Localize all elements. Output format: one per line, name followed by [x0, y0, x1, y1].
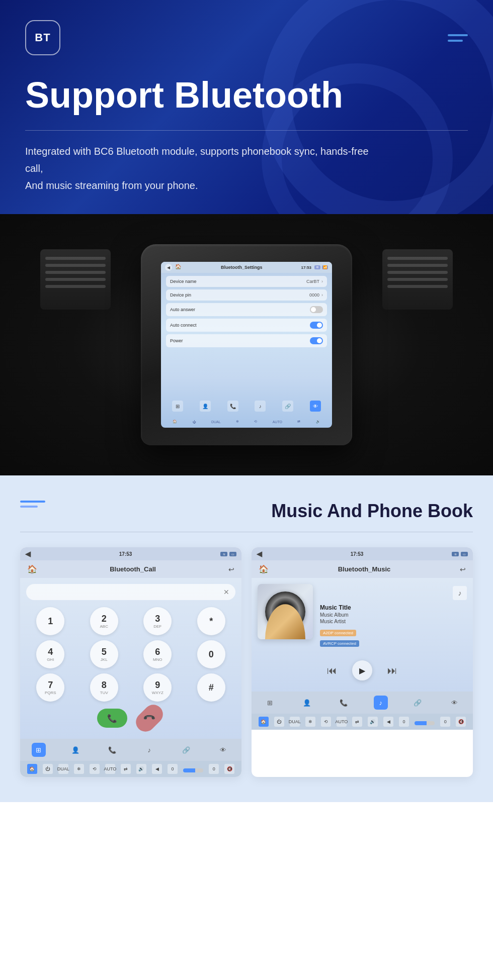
- music-screen-back-icon[interactable]: ↩: [460, 565, 466, 573]
- music-home-icon[interactable]: 🏠: [259, 564, 269, 574]
- dialpad: 1 2 ABC 3 DEF * 4: [26, 607, 235, 702]
- dial-btn-3[interactable]: 3 DEF: [143, 607, 172, 635]
- nav-link-icon[interactable]: 🔗: [282, 401, 293, 412]
- music-header: 🏠 Bluetooth_Music ↩: [252, 560, 473, 578]
- dial-btn-5[interactable]: 5 JKL: [90, 640, 118, 668]
- music-status-mute-btn[interactable]: 🔇: [456, 717, 466, 727]
- left-vent: [40, 249, 111, 310]
- hero-title: Support Bluetooth: [25, 75, 468, 115]
- auto-connect-toggle[interactable]: [310, 322, 323, 329]
- music-next-button[interactable]: ⏭: [387, 665, 397, 676]
- nav-person-icon[interactable]: 👤: [200, 401, 211, 412]
- call-nav-link-icon[interactable]: 🔗: [179, 743, 193, 757]
- music-nav-eye-icon[interactable]: 👁: [447, 696, 461, 710]
- music-divider: [20, 532, 473, 532]
- status-snow[interactable]: ❄: [236, 420, 239, 424]
- call-nav-phone-icon[interactable]: 📞: [105, 743, 119, 757]
- music-status-back-btn[interactable]: ◀: [383, 717, 393, 727]
- call-back-arrow-icon[interactable]: ◀: [25, 550, 31, 558]
- call-header: 🏠 Bluetooth_Call ↩: [20, 560, 241, 578]
- music-nav-grid-icon[interactable]: ⊞: [263, 696, 277, 710]
- music-status-bottom: 🏠 ⏻ DUAL ❄ ⟲ AUTO ⇄ 🔊 ◀ 0 0 🔇: [252, 714, 473, 730]
- dial-btn-4[interactable]: 4 GHI: [36, 640, 64, 668]
- nav-eye-icon[interactable]: 👁: [310, 401, 321, 412]
- power-row[interactable]: Power: [166, 334, 327, 347]
- device-name-value: CarBT ›: [306, 279, 323, 284]
- phone-screens-container: ◀ 17:53 ≋ ▭ 🏠 Bluetooth_Call ↩ ✕: [20, 547, 473, 777]
- music-nav-music-icon[interactable]: ♪: [374, 696, 388, 710]
- nav-grid-icon[interactable]: ⊞: [172, 401, 183, 412]
- auto-connect-row[interactable]: Auto connect: [166, 319, 327, 332]
- music-status-vol-btn[interactable]: 🔊: [368, 717, 378, 727]
- hamburger-menu-icon[interactable]: [448, 34, 468, 42]
- screen-back-button[interactable]: ◀: [165, 264, 172, 271]
- call-nav-grid-icon[interactable]: ⊞: [32, 743, 46, 757]
- dial-btn-1[interactable]: 1: [36, 607, 64, 635]
- dial-btn-0[interactable]: 0: [197, 640, 225, 668]
- status-vol-btn[interactable]: 🔊: [136, 764, 146, 774]
- music-status-home-btn[interactable]: 🏠: [259, 717, 269, 727]
- status-mute-btn[interactable]: 🔇: [224, 764, 234, 774]
- status-fan[interactable]: ⟲: [254, 420, 257, 424]
- hero-topbar: BT: [25, 20, 468, 55]
- hero-section: BT Support Bluetooth Integrated with BC6…: [0, 0, 493, 214]
- music-nav-person-icon[interactable]: 👤: [300, 696, 314, 710]
- call-input-clear-icon[interactable]: ✕: [223, 588, 229, 596]
- auto-answer-toggle[interactable]: [310, 306, 323, 313]
- hero-description: Integrated with BC6 Bluetooth module, su…: [25, 143, 377, 194]
- status-arrows[interactable]: ⇄: [297, 420, 300, 424]
- call-screen-body: ✕ 1 2 ABC 3 DEF *: [20, 578, 241, 739]
- call-actions: 📞 📞: [26, 709, 235, 728]
- device-pin-row[interactable]: Device pin 0000 ›: [166, 289, 327, 301]
- music-status-snow-btn[interactable]: ❄: [305, 717, 315, 727]
- status-vol[interactable]: 🔊: [316, 420, 320, 424]
- device-pin-label: Device pin: [170, 292, 191, 298]
- call-signal-icon: ≋: [220, 552, 227, 556]
- call-screen-back-icon[interactable]: ↩: [228, 565, 234, 573]
- status-snow-btn[interactable]: ❄: [74, 764, 84, 774]
- avrcp-badge: AVRCP connected: [320, 640, 359, 647]
- power-label: Power: [170, 338, 183, 343]
- dial-btn-7[interactable]: 7 PQRS: [36, 673, 64, 702]
- call-nav-music-icon[interactable]: ♪: [142, 743, 156, 757]
- power-toggle[interactable]: [310, 337, 323, 344]
- music-status-slider1[interactable]: [415, 721, 435, 725]
- auto-answer-row[interactable]: Auto answer: [166, 303, 327, 316]
- nav-phone-icon[interactable]: 📞: [227, 401, 238, 412]
- status-fan-btn[interactable]: ⟲: [90, 764, 100, 774]
- status-power[interactable]: ⏻: [193, 420, 196, 424]
- status-home-btn[interactable]: 🏠: [27, 764, 37, 774]
- chevron-icon: ›: [321, 279, 323, 284]
- dial-btn-2[interactable]: 2 ABC: [90, 607, 118, 635]
- music-nav-phone-icon[interactable]: 📞: [337, 696, 351, 710]
- call-end-button[interactable]: 📞: [132, 701, 167, 736]
- call-topbar: ◀ 17:53 ≋ ▭: [20, 547, 241, 560]
- call-nav-person-icon[interactable]: 👤: [68, 743, 83, 757]
- status-slider1[interactable]: [183, 768, 203, 772]
- call-accept-button[interactable]: 📞: [97, 709, 127, 728]
- screen-topbar: ◀ 🏠 Bluetooth_Settings 17:53 ≋ 📶: [161, 262, 332, 273]
- call-input-bar: ✕: [26, 584, 235, 600]
- call-home-icon[interactable]: 🏠: [27, 564, 37, 574]
- music-back-arrow-icon[interactable]: ◀: [257, 550, 262, 558]
- music-status-icons: ≋ ▭: [452, 552, 468, 556]
- music-status-power-btn[interactable]: ⏻: [274, 717, 284, 727]
- music-prev-button[interactable]: ⏮: [327, 665, 337, 676]
- music-status-arrows-btn[interactable]: ⇄: [352, 717, 362, 727]
- dial-btn-hash[interactable]: #: [197, 673, 225, 702]
- dial-btn-8[interactable]: 8 TUV: [90, 673, 118, 702]
- dial-btn-6[interactable]: 6 MNO: [143, 640, 172, 668]
- nav-music-icon[interactable]: ♪: [255, 401, 266, 412]
- status-power-btn[interactable]: ⏻: [43, 764, 53, 774]
- call-nav-eye-icon[interactable]: 👁: [216, 743, 230, 757]
- status-home[interactable]: 🏠: [173, 420, 177, 424]
- status-arrows-btn[interactable]: ⇄: [121, 764, 131, 774]
- music-play-button[interactable]: ▶: [352, 660, 372, 680]
- device-name-row[interactable]: Device name CarBT ›: [166, 276, 327, 287]
- dial-btn-9[interactable]: 9 WXYZ: [143, 673, 172, 702]
- screen-home-icon[interactable]: 🏠: [175, 264, 182, 271]
- status-back-btn[interactable]: ◀: [152, 764, 162, 774]
- dial-btn-star[interactable]: *: [197, 607, 225, 635]
- music-nav-link-icon[interactable]: 🔗: [410, 696, 425, 710]
- music-status-fan-btn[interactable]: ⟲: [321, 717, 331, 727]
